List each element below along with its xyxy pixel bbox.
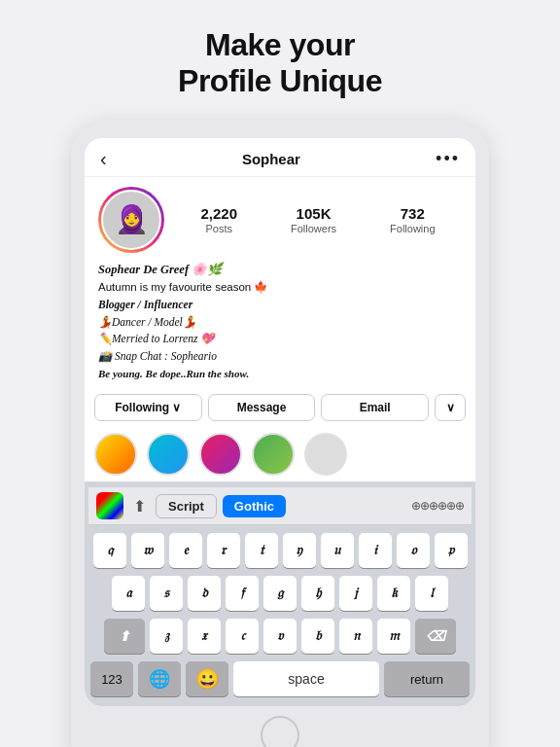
message-button[interactable]: Message <box>208 394 316 421</box>
bio-line3: 💃Dancer / Model💃 <box>98 314 462 332</box>
keyboard-container: ⬆ Script Gothic ⊕⊕⊕⊕⊕⊕ 𝔮 𝔴 𝔢 𝔯 𝔱 𝔶 𝔲 𝔦 <box>85 481 475 706</box>
profile-action-buttons: Following ∨ Message Email ∨ <box>85 388 475 429</box>
avatar-gradient-ring: 🧕 <box>98 187 164 253</box>
numbers-key[interactable]: 123 <box>90 661 133 696</box>
more-dropdown-button[interactable]: ∨ <box>435 394 466 421</box>
keyboard-bottom-row: 123 🌐 😀 space return <box>88 658 472 702</box>
bio-line1: Autumn is my favourite season 🍁 <box>98 279 462 297</box>
headline-line1: Make your <box>205 27 355 62</box>
ig-header: ‹ Sophear ••• <box>85 138 475 177</box>
key-t[interactable]: 𝔱 <box>245 533 278 568</box>
posts-label: Posts <box>206 223 233 234</box>
highlight-circle-2[interactable] <box>147 433 190 476</box>
bio-line4: ✏️Merried to Lorrenz 💖 <box>98 331 462 348</box>
headline-line2: Profile Unique <box>178 63 382 98</box>
keyboard-row-2: 𝔞 𝔰 𝔡 𝔣 𝔤 𝔥 𝔧 𝔨 𝔩 <box>90 576 470 611</box>
highlights-row <box>85 429 475 481</box>
space-key[interactable]: space <box>233 661 379 696</box>
key-h[interactable]: 𝔥 <box>301 576 334 611</box>
key-u[interactable]: 𝔲 <box>321 533 354 568</box>
keyboard-toolbar: ⬆ Script Gothic ⊕⊕⊕⊕⊕⊕ <box>88 487 472 525</box>
profile-stats: 2,220 Posts 105K Followers 732 Following <box>174 205 462 234</box>
tablet-screen: ‹ Sophear ••• 🧕 2,220 Posts 105K Followe… <box>85 138 475 706</box>
key-o[interactable]: 𝔬 <box>397 533 430 568</box>
highlight-circle-3[interactable] <box>199 433 242 476</box>
key-j[interactable]: 𝔧 <box>339 576 372 611</box>
share-icon[interactable]: ⬆ <box>129 495 150 517</box>
following-button[interactable]: Following ∨ <box>94 394 202 421</box>
shift-key[interactable]: ⬆ <box>104 619 145 654</box>
profile-row: 🧕 2,220 Posts 105K Followers 732 Followi… <box>85 177 475 259</box>
bio-line2: Blogger / Influencer <box>98 297 462 314</box>
key-n[interactable]: 𝔫 <box>339 619 372 654</box>
key-z[interactable]: 𝔷 <box>150 619 183 654</box>
return-key[interactable]: return <box>384 661 470 696</box>
key-r[interactable]: 𝔯 <box>207 533 240 568</box>
followers-label: Followers <box>291 223 336 234</box>
headline: Make your Profile Unique <box>178 27 382 99</box>
key-l[interactable]: 𝔩 <box>415 576 448 611</box>
key-v[interactable]: 𝔳 <box>263 619 297 654</box>
highlight-circle-1[interactable] <box>94 433 137 476</box>
key-b[interactable]: 𝔟 <box>301 619 334 654</box>
key-d[interactable]: 𝔡 <box>188 576 221 611</box>
posts-count: 2,220 <box>200 205 237 222</box>
following-label: Following <box>390 223 435 234</box>
key-y[interactable]: 𝔶 <box>283 533 316 568</box>
posts-stat: 2,220 Posts <box>200 205 237 234</box>
key-q[interactable]: 𝔮 <box>93 533 126 568</box>
key-g[interactable]: 𝔤 <box>263 576 297 611</box>
highlight-circle-5[interactable] <box>304 433 347 476</box>
key-c[interactable]: 𝔠 <box>226 619 259 654</box>
key-s[interactable]: 𝔰 <box>150 576 183 611</box>
bio-line5: 📸 Snap Chat : Sopheario <box>98 348 462 366</box>
bio-line6: Be young. Be dope..Run the show. <box>98 366 462 382</box>
key-k[interactable]: 𝔨 <box>377 576 410 611</box>
keyboard-row-3: ⬆ 𝔷 𝔵 𝔠 𝔳 𝔟 𝔫 𝔪 ⌫ <box>90 619 470 654</box>
key-i[interactable]: 𝔦 <box>359 533 392 568</box>
key-a[interactable]: 𝔞 <box>112 576 145 611</box>
followers-stat: 105K Followers <box>291 205 336 234</box>
email-button[interactable]: Email <box>321 394 429 421</box>
emoji-key[interactable]: 😀 <box>186 661 228 696</box>
key-p[interactable]: 𝔭 <box>435 533 468 568</box>
following-count: 732 <box>401 205 425 222</box>
key-m[interactable]: 𝔪 <box>377 619 410 654</box>
globe-key[interactable]: 🌐 <box>138 661 181 696</box>
tablet-home-button[interactable] <box>261 716 299 747</box>
following-stat: 732 Following <box>390 205 435 234</box>
symbols-row: ⊕⊕⊕⊕⊕⊕ <box>411 499 464 513</box>
key-w[interactable]: 𝔴 <box>131 533 164 568</box>
key-e[interactable]: 𝔢 <box>169 533 202 568</box>
tablet-device: ‹ Sophear ••• 🧕 2,220 Posts 105K Followe… <box>71 121 489 747</box>
keyboard-row-1: 𝔮 𝔴 𝔢 𝔯 𝔱 𝔶 𝔲 𝔦 𝔬 𝔭 <box>90 533 470 568</box>
highlight-circle-4[interactable] <box>252 433 295 476</box>
avatar: 🧕 <box>101 190 161 250</box>
profile-bio: Sophear De Greef 🌸🌿 Autumn is my favouri… <box>85 259 475 388</box>
back-button[interactable]: ‹ <box>100 148 107 170</box>
key-f[interactable]: 𝔣 <box>226 576 259 611</box>
bio-name: Sophear De Greef 🌸🌿 <box>98 261 462 279</box>
script-style-button[interactable]: Script <box>156 494 217 518</box>
keyboard-rows: 𝔮 𝔴 𝔢 𝔯 𝔱 𝔶 𝔲 𝔦 𝔬 𝔭 𝔞 𝔰 𝔡 𝔣 <box>88 525 472 658</box>
gothic-style-button[interactable]: Gothic <box>223 495 286 517</box>
more-options-button[interactable]: ••• <box>436 149 460 169</box>
profile-username-header: Sophear <box>242 151 300 167</box>
app-icon <box>96 492 123 519</box>
key-x[interactable]: 𝔵 <box>188 619 221 654</box>
backspace-key[interactable]: ⌫ <box>415 619 456 654</box>
followers-count: 105K <box>297 205 332 222</box>
